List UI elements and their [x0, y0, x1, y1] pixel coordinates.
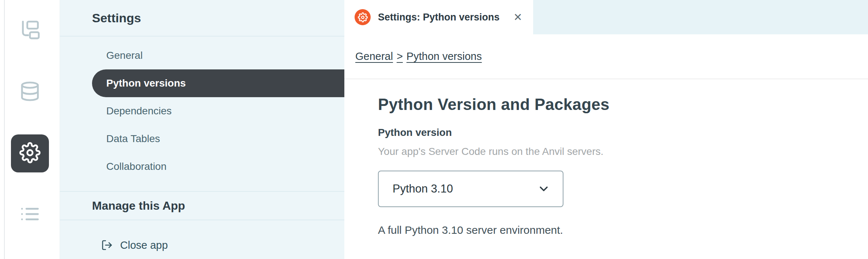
settings-sidebar: Settings General Python versions Depende… [60, 0, 344, 259]
breadcrumb: General>Python versions [355, 50, 482, 62]
main-panel: Settings: Python versions ✕ General>Pyth… [344, 0, 868, 259]
manage-app-section-title: Manage this App [60, 192, 344, 220]
python-version-label: Python version [378, 127, 868, 138]
breadcrumb-separator: > [397, 50, 403, 62]
settings-content: Python Version and Packages Python versi… [344, 79, 868, 236]
sidebar-header: Settings [60, 0, 344, 37]
settings-tab-gear-icon [355, 9, 371, 25]
database-icon [19, 81, 41, 103]
rail-logs-button[interactable] [11, 196, 49, 234]
panel-divider [4, 0, 5, 259]
breadcrumb-link-python-versions[interactable]: Python versions [406, 50, 482, 62]
python-version-select[interactable]: Python 3.10 [378, 171, 563, 207]
close-app-button[interactable]: Close app [60, 231, 344, 259]
exit-icon [101, 239, 113, 251]
app-window: Settings General Python versions Depende… [0, 0, 868, 259]
sidebar-item-collaboration[interactable]: Collaboration [60, 153, 344, 180]
rail-settings-button[interactable] [11, 134, 49, 172]
sidebar-item-dependencies[interactable]: Dependencies [60, 97, 344, 125]
breadcrumb-row: General>Python versions [344, 34, 868, 79]
breadcrumb-link-general[interactable]: General [355, 50, 393, 62]
tab-close-icon[interactable]: ✕ [513, 12, 522, 23]
gear-icon [19, 142, 41, 165]
python-version-help-text: Your app's Server Code runs on the Anvil… [378, 146, 868, 157]
settings-nav: General Python versions Dependencies Dat… [60, 37, 344, 180]
tab-settings-python-versions[interactable]: Settings: Python versions ✕ [344, 0, 533, 34]
python-version-description: A full Python 3.10 server environment. [378, 224, 868, 236]
sidebar-actions: Close app [60, 220, 344, 259]
rail-database-button[interactable] [11, 73, 49, 111]
list-icon [19, 203, 41, 226]
tab-bar: Settings: Python versions ✕ [344, 0, 868, 34]
rail-app-structure-button[interactable] [11, 12, 49, 50]
close-app-label: Close app [120, 239, 168, 251]
chevron-down-icon [537, 182, 550, 195]
sidebar-item-python-versions[interactable]: Python versions [92, 69, 344, 97]
page-title: Python Version and Packages [378, 95, 868, 114]
tab-title: Settings: Python versions [378, 12, 500, 23]
sidebar-item-general[interactable]: General [60, 42, 344, 69]
sidebar-item-data-tables[interactable]: Data Tables [60, 125, 344, 153]
sidebar-title: Settings [92, 11, 141, 25]
app-structure-icon [19, 19, 41, 42]
icon-rail [0, 0, 60, 259]
python-version-selected-value: Python 3.10 [393, 182, 453, 195]
